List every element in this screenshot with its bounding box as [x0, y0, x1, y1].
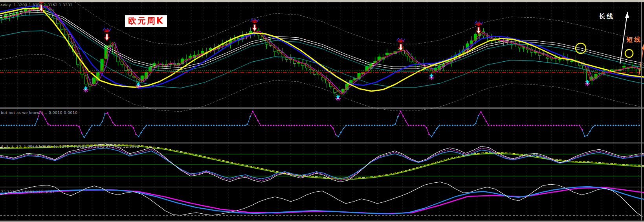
symbol-annotation: 欧元周K [125, 15, 167, 27]
signal-pane [0, 110, 641, 138]
ohlc-readout: eekly 1.3203 1.3388 1.3162 1.3333 [0, 3, 73, 7]
signal-pane-label: but not as we know it... 0.0010 0.0010 [1, 110, 77, 115]
window-top-edge [0, 0, 644, 2]
window-right-border [641, 2, 642, 220]
main-pane [0, 0, 644, 112]
momentum-pane-label: 73.1276 53.5081 112.3667 [1, 190, 55, 194]
short-trend-label: 短线 [626, 36, 642, 44]
stochastic-pane [0, 144, 644, 182]
stochastic-pane-label: 4, 3, 3, 20, 1.00) 47.9028 46.1243 44.26… [1, 144, 139, 149]
long-trend-label: 长线 [599, 13, 615, 21]
window-bottom-edge [0, 220, 644, 222]
mt4-chart-window: eekly 1.3203 1.3388 1.3162 1.3333 欧元周K 长… [0, 0, 644, 222]
price-chart-canvas[interactable] [0, 0, 644, 222]
